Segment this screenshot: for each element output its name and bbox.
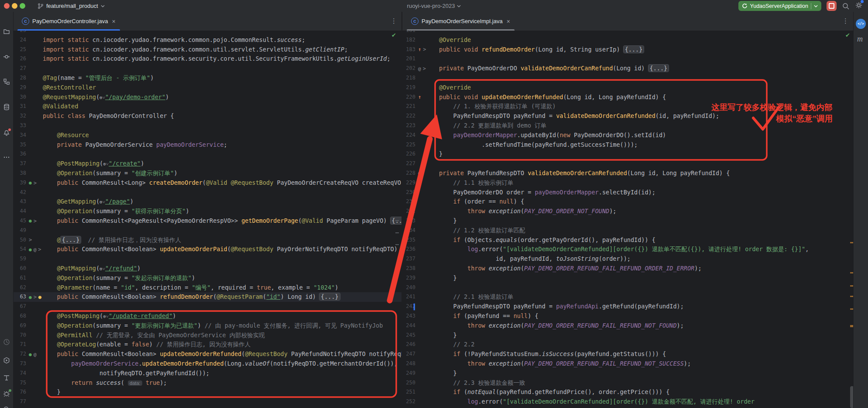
code-line[interactable]: 228@private PayRefundRespDTO validateDem…	[402, 169, 853, 178]
find-tool-icon[interactable]	[3, 406, 10, 408]
macos-zoom-button[interactable]	[20, 3, 25, 9]
code-line[interactable]: 182@Override	[402, 35, 853, 45]
code-line[interactable]: 54●@> public CommonResult<Boolean> updat…	[13, 245, 401, 254]
code-line[interactable]: 251 if (notEqual(payRefund.getRefundPric…	[402, 387, 853, 397]
code-line[interactable]: 242▍ PayRefundRespDTO payRefund = payRef…	[402, 302, 853, 311]
close-icon[interactable]: ×	[112, 18, 115, 25]
code-line[interactable]: 201	[402, 54, 853, 64]
code-line[interactable]: 240	[402, 283, 853, 293]
code-line[interactable]: 77	[13, 397, 401, 407]
code-line[interactable]: 249 }	[402, 369, 853, 378]
code-line[interactable]: 252 log.error("[validateDemoOrderCanRefu…	[402, 397, 853, 407]
code-line[interactable]: 24import static cn.iocoder.yudao.framewo…	[13, 35, 401, 45]
fold-arrow-icon[interactable]: >	[34, 180, 37, 186]
code-line[interactable]: 219@Override	[402, 83, 853, 93]
code-line[interactable]: 42	[13, 188, 401, 197]
more-tools-icon[interactable]	[3, 154, 10, 161]
code-line[interactable]: 223 // 2.2 更新退款单到 demo 订单	[402, 121, 853, 131]
macos-close-button[interactable]	[4, 3, 10, 9]
code-line[interactable]: 183↑>public void refundDemoOrder(Long id…	[402, 45, 853, 55]
change-marker[interactable]	[395, 220, 399, 221]
code-line[interactable]: 232 throw exception(PAY_DEMO_ORDER_NOT_F…	[402, 207, 853, 216]
code-line[interactable]: 38 @Operation(summary = "创建示例订单")	[13, 169, 401, 178]
code-line[interactable]: 239 }	[402, 273, 853, 283]
code-line[interactable]: 229 // 1.1 校验示例订单	[402, 178, 853, 188]
annotation-gutter-icon[interactable]: @	[34, 247, 37, 252]
code-line[interactable]: 30@RequestMapping(⊕˅"/pay/demo-order")	[13, 93, 401, 102]
code-line[interactable]: 222 PayRefundRespDTO payRefund = validat…	[402, 111, 853, 121]
ai-assistant-icon[interactable]: </>	[856, 19, 866, 29]
code-line[interactable]: 33	[13, 121, 401, 131]
code-line[interactable]: 60 @PutMapping(⊕˅"/refund")	[13, 264, 401, 273]
editor-right[interactable]: 181182@Override183↑>public void refundDe…	[402, 26, 853, 408]
code-line[interactable]: 37 @PostMapping(⊕˅"/create")	[13, 159, 401, 169]
fold-arrow-icon[interactable]: >	[29, 237, 32, 242]
code-line[interactable]: 234 // 1.2 校验退款订单匹配	[402, 226, 853, 235]
code-line[interactable]: 244 throw exception(PAY_DEMO_ORDER_REFUN…	[402, 321, 853, 331]
terminal-tool-icon[interactable]	[3, 374, 10, 381]
profiler-tool-icon[interactable]	[3, 339, 10, 346]
settings-button[interactable]	[855, 1, 863, 11]
editor-options-kebab-icon[interactable]: ⋮	[842, 17, 849, 25]
spring-bean-icon[interactable]: ●	[29, 180, 32, 185]
code-line[interactable]: 35 private PayDemoOrderService payDemoOr…	[13, 140, 401, 150]
code-line[interactable]: 243 if (payRefund == null) {	[402, 311, 853, 321]
code-line[interactable]: 72●@ public CommonResult<Boolean> update…	[13, 349, 401, 359]
macos-minimize-button[interactable]	[12, 3, 17, 9]
intention-bulb-icon[interactable]: ●	[38, 294, 41, 300]
code-line[interactable]: 59	[13, 254, 401, 264]
code-line[interactable]: 63●>● public CommonResult<Boolean> refun…	[13, 292, 401, 302]
code-line[interactable]: 70 @PermitAll // 无需登录, 安全由 PayDemoOrderS…	[13, 331, 401, 340]
commit-tool-icon[interactable]	[3, 53, 10, 60]
code-line[interactable]: 247 if (!PayRefundStatusEnum.isSuccess(p…	[402, 349, 853, 359]
code-line[interactable]: 71 @OperateLog(enable = false) // 禁用操作日志…	[13, 340, 401, 349]
code-line[interactable]: 45●> public CommonResult<PageResult<PayD…	[13, 216, 401, 226]
code-line[interactable]: 74 notifyReqDTO.getPayRefundId());	[13, 369, 401, 378]
close-icon[interactable]: ×	[507, 18, 510, 25]
override-method-icon[interactable]: ↑	[418, 47, 421, 52]
code-line[interactable]: 225 .setRefundTime(payRefund.getSuccessT…	[402, 140, 853, 150]
spring-bean-icon[interactable]: ●	[29, 295, 32, 300]
code-line[interactable]: 250 // 2.3 校验退款金额一致	[402, 378, 853, 388]
code-line[interactable]: 36	[13, 149, 401, 159]
code-line[interactable]: 230 PayDemoOrderDO order = payDemoOrderM…	[402, 188, 853, 197]
code-line[interactable]: 237 id, payRefundId, toJsonString(order)…	[402, 254, 853, 264]
code-line[interactable]: 68 @PostMapping(⊕˅"/update-refunded")	[13, 311, 401, 321]
code-line[interactable]: 218	[402, 73, 853, 83]
override-method-icon[interactable]: ↑	[418, 94, 421, 100]
code-line[interactable]: 248 throw exception(PAY_DEMO_ORDER_REFUN…	[402, 359, 853, 369]
annotation-gutter-icon[interactable]: @	[34, 352, 37, 357]
code-line[interactable]: 39●> public CommonResult<Long> createDem…	[13, 178, 401, 188]
editor-left[interactable]: 2324import static cn.iocoder.yudao.frame…	[13, 26, 401, 408]
search-everywhere-icon[interactable]	[842, 2, 850, 10]
code-line[interactable]: 43 @GetMapping(⊕˅"/page")	[13, 197, 401, 207]
fold-arrow-icon[interactable]: >	[38, 247, 41, 252]
code-line[interactable]: 76 }	[13, 387, 401, 397]
git-branch-widget[interactable]: feature/mall_product	[38, 1, 105, 10]
tab-paydemoorderserviceimpl[interactable]: C PayDemoOrderServiceImpl.java ×	[407, 12, 515, 31]
code-line[interactable]: 202@>private PayDemoOrderDO validateDemo…	[402, 64, 853, 73]
editor-splitter[interactable]	[401, 12, 402, 408]
code-line[interactable]: 27	[13, 64, 401, 73]
code-line[interactable]: 220↑public void updateDemoOrderRefunded(…	[402, 93, 853, 102]
fold-arrow-icon[interactable]: >	[34, 218, 37, 224]
code-line[interactable]: 62 @Parameter(name = "id", description =…	[13, 283, 401, 293]
code-line[interactable]: 25import static cn.iocoder.yudao.framewo…	[13, 45, 401, 55]
code-line[interactable]: 231 if (order == null) {	[402, 197, 853, 207]
code-line[interactable]: 49	[13, 226, 401, 235]
code-line[interactable]: 221 // 1. 校验并获得退款订单 (可退款)	[402, 102, 853, 111]
code-line[interactable]: 236 log.error("[validateDemoOrderCanRefu…	[402, 245, 853, 254]
code-line[interactable]: 73 payDemoOrderService.updateDemoOrderRe…	[13, 359, 401, 369]
code-line[interactable]: 227	[402, 159, 853, 169]
fold-arrow-icon[interactable]: >	[34, 294, 37, 300]
editor-options-kebab-icon[interactable]: ⋮	[391, 17, 397, 25]
spring-bean-icon[interactable]: ●	[29, 218, 32, 223]
code-line[interactable]: 233 }	[402, 216, 853, 226]
maven-tool-icon[interactable]: m	[857, 35, 863, 44]
annotation-gutter-icon[interactable]: @	[418, 171, 421, 176]
code-line[interactable]: 235 if (Objects.equals(order.getPayOrder…	[402, 235, 853, 245]
code-line[interactable]: 67	[13, 302, 401, 311]
code-line[interactable]: 238 throw exception(PAY_DEMO_ORDER_REFUN…	[402, 264, 853, 273]
annotation-gutter-icon[interactable]: @	[418, 66, 421, 71]
change-marker[interactable]	[395, 232, 399, 233]
